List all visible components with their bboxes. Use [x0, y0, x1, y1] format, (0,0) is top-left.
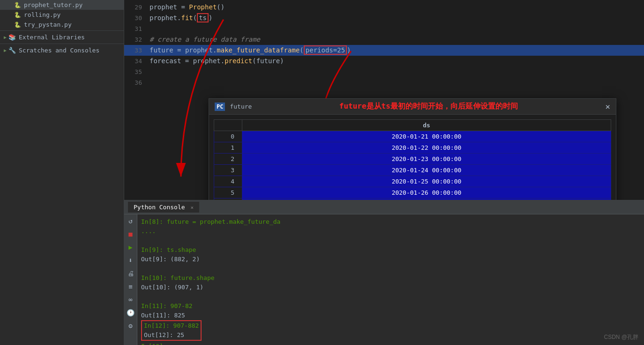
console-line-out10: Out[10]: (907, 1) — [141, 283, 640, 292]
sidebar-divider-1 — [0, 30, 124, 31]
python-console-tab[interactable]: Python Console × — [128, 202, 199, 213]
sidebar-divider-2 — [0, 44, 124, 44]
pycharm-icon: PC — [215, 103, 225, 111]
table-row-ds: 2020-01-22 00:00:00 — [242, 142, 611, 154]
table-row-ds: 2020-01-25 00:00:00 — [242, 176, 611, 187]
sidebar-scratches-and-consoles[interactable]: ▶ 🔧 Scratches and Consoles — [0, 45, 124, 56]
code-line-33: 33 future = prophet.make_future_datafram… — [124, 45, 644, 56]
code-line-35: 35 — [124, 66, 644, 77]
code-editor: 29 prophet = Prophet() 30 prophet.fit(ts… — [124, 0, 644, 200]
sidebar-external-libraries[interactable]: ▶ 📚 External Libraries — [0, 32, 124, 43]
code-line-30: 30 prophet.fit(ts) — [124, 13, 644, 23]
popup-title: future是从ts最初的时间开始，向后延伸设置的时间 — [256, 102, 600, 111]
console-line-in11: In[11]: 907-82 — [141, 301, 640, 311]
history-icon[interactable]: ≡ — [127, 282, 134, 291]
variables-icon[interactable]: ∞ — [127, 295, 134, 304]
bottom-tabs: Python Console × — [124, 200, 644, 214]
console-line-out9: Out[9]: (882, 2) — [141, 255, 640, 264]
main-layout: 🐍 prophet_tutor.py 🐍 rolling.py 🐍 try_py… — [0, 0, 644, 345]
stop-icon[interactable]: ■ — [127, 229, 134, 239]
table-row-index: 5 — [214, 187, 242, 198]
table-row-index: 6 — [214, 198, 242, 200]
python-file-icon-2: 🐍 — [14, 12, 21, 18]
python-file-icon: 🐍 — [14, 2, 21, 8]
code-line-31: 31 — [124, 23, 644, 34]
console-line-in13: In[13]: — [141, 342, 640, 345]
code-line-32: 32 # create a future data frame — [124, 34, 644, 45]
dataframe-table: ds 02020-01-21 00:00:0012020-01-22 00:00… — [214, 119, 611, 200]
code-line-29: 29 prophet = Prophet() — [124, 2, 644, 13]
console-line-cont: .... — [141, 227, 640, 236]
import-icon[interactable]: ⬇ — [127, 256, 134, 265]
scratches-icon: 🔧 — [8, 47, 16, 54]
table-row-index: 2 — [214, 154, 242, 165]
console-line-in10: In[10]: future.shape — [141, 273, 640, 283]
sidebar-item-prophet-tutor[interactable]: 🐍 prophet_tutor.py — [0, 0, 124, 10]
print-icon[interactable]: 🖨 — [126, 269, 135, 278]
table-row-ds: 2020-01-21 00:00:00 — [242, 131, 611, 142]
table-row-ds: 2020-01-26 00:00:00 — [242, 187, 611, 198]
sidebar-item-try-pystan[interactable]: 🐍 try_pystan.py — [0, 20, 124, 29]
rerun-icon[interactable]: ↺ — [127, 216, 134, 226]
external-libraries-icon: 📚 — [8, 34, 16, 41]
dataframe-popup: PC future future是从ts最初的时间开始，向后延伸设置的时间 × … — [209, 98, 616, 200]
popup-header: PC future future是从ts最初的时间开始，向后延伸设置的时间 × — [209, 99, 616, 115]
table-row-ds: 2020-01-24 00:00:00 — [242, 165, 611, 176]
code-line-34: 34 forecast = prophet.predict(future) — [124, 56, 644, 66]
console-line-out11: Out[11]: 825 — [141, 311, 640, 320]
console-line-in12: In[12]: 907-882 — [144, 321, 199, 330]
console-output: In[8]: future = prophet.make_future_da .… — [137, 214, 644, 345]
table-row-index: 4 — [214, 176, 242, 187]
watermark: CSDN @孔胖 — [604, 333, 638, 341]
sidebar: 🐍 prophet_tutor.py 🐍 rolling.py 🐍 try_py… — [0, 0, 124, 345]
run-icon[interactable]: ▶ — [127, 242, 134, 252]
console-in12-wrapper: In[12]: 907-882 Out[12]: 25 — [141, 320, 202, 341]
table-row-index: 0 — [214, 131, 242, 142]
ds-col-header: ds — [242, 120, 611, 131]
console-blank-3 — [141, 292, 640, 301]
console-line-in8: In[8]: future = prophet.make_future_da — [141, 217, 640, 227]
bottom-inner: ↺ ■ ▶ ⬇ 🖨 ≡ ∞ 🕐 ⚙ In[8]: future = prophe… — [124, 214, 644, 345]
console-icon-bar: ↺ ■ ▶ ⬇ 🖨 ≡ ∞ 🕐 ⚙ — [124, 214, 137, 345]
table-row-index: 3 — [214, 165, 242, 176]
console-blank-1 — [141, 236, 640, 245]
table-row-ds: 2020-01-23 00:00:00 — [242, 154, 611, 165]
console-line-out12: Out[12]: 25 — [144, 330, 199, 340]
python-file-icon-3: 🐍 — [14, 22, 21, 28]
bottom-panel: Python Console × ↺ ■ ▶ ⬇ 🖨 ≡ ∞ 🕐 ⚙ — [124, 200, 644, 345]
index-col-header — [214, 120, 242, 131]
popup-close-button[interactable]: × — [605, 103, 610, 111]
dataframe-table-wrapper: ds 02020-01-21 00:00:0012020-01-22 00:00… — [209, 115, 616, 200]
sidebar-item-rolling[interactable]: 🐍 rolling.py — [0, 10, 124, 20]
clock-icon[interactable]: 🕐 — [125, 308, 136, 317]
settings-icon[interactable]: ⚙ — [127, 321, 134, 330]
expand-arrow-icon: ▶ — [4, 35, 7, 40]
console-blank-2 — [141, 264, 640, 273]
code-line-36: 36 — [124, 77, 644, 88]
table-row-ds: 2020-01-27 00:00:00 — [242, 198, 611, 200]
popup-varname: future — [230, 103, 252, 110]
console-line-in9: In[9]: ts.shape — [141, 245, 640, 255]
table-row-index: 1 — [214, 142, 242, 154]
collapse-arrow-icon: ▶ — [4, 48, 7, 53]
console-tab-close[interactable]: × — [190, 205, 194, 211]
